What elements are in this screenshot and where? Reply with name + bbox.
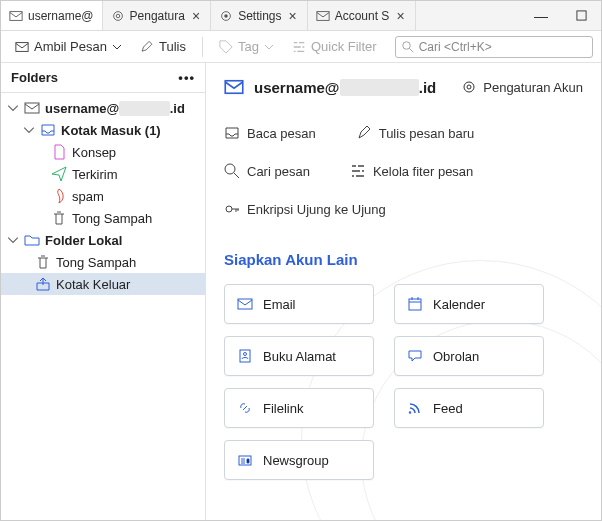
chevron-down-icon[interactable] <box>7 102 19 114</box>
setup-feed-card[interactable]: Feed <box>394 388 544 428</box>
quick-filter-label: Quick Filter <box>311 39 377 54</box>
gear-icon <box>219 9 233 23</box>
search-messages-link[interactable]: Cari pesan <box>224 163 310 179</box>
setup-chat-card[interactable]: Obrolan <box>394 336 544 376</box>
link-icon <box>237 400 253 416</box>
minimize-button[interactable]: — <box>521 1 561 30</box>
mail-icon <box>316 9 330 23</box>
sent-folder[interactable]: Terkirim <box>1 163 205 185</box>
mail-icon <box>224 77 244 97</box>
tab-account[interactable]: username@ <box>1 1 103 30</box>
local-folders-node[interactable]: Folder Lokal <box>1 229 205 251</box>
card-label: Newsgroup <box>263 453 329 468</box>
card-label: Email <box>263 297 296 312</box>
svg-point-4 <box>224 14 228 18</box>
svg-rect-15 <box>238 299 252 309</box>
main-pane: username@.xxxxxxxxx.id Pengaturan Akun B… <box>206 63 601 520</box>
card-label: Feed <box>433 401 463 416</box>
gear-outline-icon <box>461 79 477 95</box>
spam-label: spam <box>72 189 104 204</box>
tab-account-settings[interactable]: Account S × <box>308 1 416 30</box>
trash-folder[interactable]: Tong Sampah <box>1 207 205 229</box>
close-icon[interactable]: × <box>286 8 298 24</box>
account-heading: username@.xxxxxxxxx.id <box>224 77 436 97</box>
trash-icon <box>51 210 67 226</box>
tab-pengaturan[interactable]: Pengatura × <box>103 1 212 30</box>
sidebar-header: Folders ••• <box>1 63 205 93</box>
account-settings-label: Pengaturan Akun <box>483 80 583 95</box>
e2e-encryption-link[interactable]: Enkripsi Ujung ke Ujung <box>224 201 386 217</box>
close-icon[interactable]: × <box>190 8 202 24</box>
search-icon <box>402 41 414 53</box>
chevron-down-icon[interactable] <box>7 234 19 246</box>
svg-rect-10 <box>225 81 243 94</box>
account-email-suffix: .id <box>419 79 437 96</box>
chat-icon <box>407 348 423 364</box>
account-settings-link[interactable]: Pengaturan Akun <box>461 79 583 95</box>
maximize-button[interactable] <box>561 1 601 30</box>
svg-point-13 <box>225 164 235 174</box>
write-button[interactable]: Tulis <box>134 36 192 57</box>
manage-filters-link[interactable]: Kelola fiter pesan <box>350 163 473 179</box>
trash-icon <box>35 254 51 270</box>
filter-icon <box>292 40 306 54</box>
setup-newsgroup-card[interactable]: Newsgroup <box>224 440 374 480</box>
gear-outline-icon <box>111 9 125 23</box>
account-suffix: .id <box>170 101 185 116</box>
tab-label: Settings <box>238 9 281 23</box>
setup-addressbook-card[interactable]: Buku Alamat <box>224 336 374 376</box>
read-messages-link[interactable]: Baca pesan <box>224 125 316 141</box>
setup-filelink-card[interactable]: Filelink <box>224 388 374 428</box>
inbox-icon <box>40 122 56 138</box>
flame-icon <box>51 188 67 204</box>
tag-button[interactable]: Tag <box>213 36 280 57</box>
setup-calendar-card[interactable]: Kalender <box>394 284 544 324</box>
setup-email-card[interactable]: Email <box>224 284 374 324</box>
tab-settings[interactable]: Settings × <box>211 1 308 30</box>
close-icon[interactable]: × <box>394 8 406 24</box>
inbox-folder[interactable]: Kotak Masuk (1) <box>1 119 205 141</box>
account-label: username@ <box>45 101 119 116</box>
title-bar: username@ Pengatura × Settings × Account… <box>1 1 601 31</box>
mail-account-icon <box>9 9 23 23</box>
write-message-link[interactable]: Tulis pesan baru <box>356 125 475 141</box>
e2e-label: Enkripsi Ujung ke Ujung <box>247 202 386 217</box>
search-input[interactable]: Cari <Ctrl+K> <box>395 36 593 58</box>
chevron-down-icon <box>264 40 274 54</box>
tab-label: username@ <box>28 9 94 23</box>
quick-filter-button[interactable]: Quick Filter <box>286 36 383 57</box>
account-node[interactable]: username@xxxxxxx.id <box>1 97 205 119</box>
local-trash-folder[interactable]: Tong Sampah <box>1 251 205 273</box>
filters-label: Kelola fiter pesan <box>373 164 473 179</box>
get-messages-label: Ambil Pesan <box>34 39 107 54</box>
pencil-icon <box>140 40 154 54</box>
write-label: Tulis pesan baru <box>379 126 475 141</box>
svg-point-1 <box>113 11 122 20</box>
outbox-folder[interactable]: Kotak Keluar <box>1 273 205 295</box>
more-icon[interactable]: ••• <box>178 70 195 85</box>
mail-account-icon <box>24 100 40 116</box>
card-label: Kalender <box>433 297 485 312</box>
svg-rect-0 <box>10 11 22 20</box>
tab-label: Account S <box>335 9 390 23</box>
card-label: Filelink <box>263 401 303 416</box>
folder-icon <box>24 232 40 248</box>
setup-another-account-heading: Siapkan Akun Lain <box>224 251 583 268</box>
svg-rect-16 <box>409 299 421 310</box>
redacted: xxxxxxx <box>119 101 170 116</box>
write-label: Tulis <box>159 39 186 54</box>
spam-folder[interactable]: spam <box>1 185 205 207</box>
window-controls: — <box>521 1 601 30</box>
search-label: Cari pesan <box>247 164 310 179</box>
pencil-icon <box>356 125 372 141</box>
drafts-folder[interactable]: Konsep <box>1 141 205 163</box>
get-messages-button[interactable]: Ambil Pesan <box>9 36 128 57</box>
svg-rect-9 <box>25 103 39 113</box>
card-label: Obrolan <box>433 349 479 364</box>
svg-point-11 <box>464 82 474 92</box>
newsgroup-icon <box>237 452 253 468</box>
key-icon <box>224 201 240 217</box>
mail-icon <box>237 296 253 312</box>
filter-icon <box>350 163 366 179</box>
chevron-down-icon[interactable] <box>23 124 35 136</box>
